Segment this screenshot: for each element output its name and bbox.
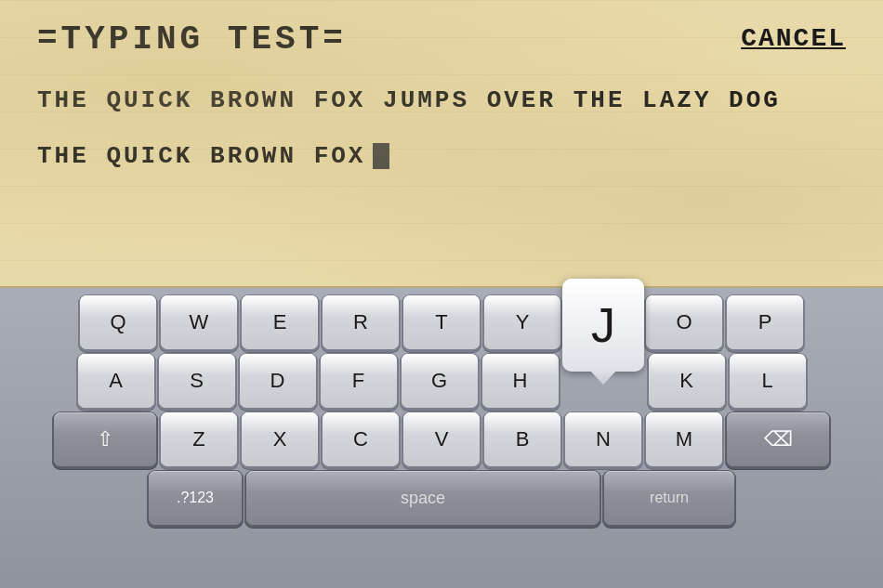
key-l[interactable]: L [730,354,806,408]
key-a[interactable]: A [78,354,154,408]
key-g[interactable]: G [402,354,478,408]
text-cursor [373,143,389,169]
key-delete[interactable]: ⌫ [727,412,829,466]
key-r[interactable]: R [323,295,399,349]
key-e[interactable]: E [242,295,318,349]
line2: THE QUICK BROWN FOX [37,142,365,170]
app-title: =TYPING TEST= [37,20,347,59]
key-space[interactable]: space [246,471,600,525]
key-m[interactable]: M [646,412,722,466]
key-k[interactable]: K [649,354,725,408]
key-t[interactable]: T [403,295,480,349]
key-s[interactable]: S [159,354,235,408]
paper-area: =TYPING TEST= CANCEL THE QUICK BROWN FOX… [0,0,883,288]
key-n[interactable]: N [565,412,641,466]
key-f[interactable]: F [321,354,397,408]
key-d[interactable]: D [240,354,316,408]
keyboard-row-3: ⇧ Z X C V B N M ⌫ [4,412,879,466]
line2-container: THE QUICK BROWN FOX [37,142,846,170]
key-h[interactable]: H [482,354,559,408]
key-p[interactable]: P [727,295,803,349]
key-j-container: U J [565,295,641,349]
key-w[interactable]: W [161,295,237,349]
key-y[interactable]: Y [484,295,560,349]
key-shift[interactable]: ⇧ [54,412,156,466]
key-return[interactable]: return [604,471,734,525]
row2-spacer-left [36,354,73,408]
key-v[interactable]: V [403,412,480,466]
delete-icon: ⌫ [764,427,793,451]
cancel-button[interactable]: CANCEL [741,24,846,53]
key-o[interactable]: O [646,295,722,349]
keyboard-row-2: A S D F G H K L [4,354,879,408]
key-x[interactable]: X [242,412,318,466]
key-c[interactable]: C [323,412,399,466]
keyboard-row-1: Q W E R T Y U J O P [4,295,879,349]
keyboard-area: Q W E R T Y U J O P A S D F G H K L ⇧ [0,288,883,588]
keyboard-row-4: .?123 space return [4,471,879,525]
text-content: THE QUICK BROWN FOX JUMPS OVER THE LAZY … [0,68,883,170]
row2-spacer-right [811,354,848,408]
j-key-popup: J [562,279,644,372]
header-row: =TYPING TEST= CANCEL [0,0,883,68]
key-z[interactable]: Z [161,412,237,466]
shift-icon: ⇧ [97,427,113,451]
j-popup-key: J [562,279,644,372]
key-q[interactable]: Q [80,295,156,349]
line1: THE QUICK BROWN FOX JUMPS OVER THE LAZY … [37,86,846,114]
key-numbers[interactable]: .?123 [149,471,242,525]
key-b[interactable]: B [484,412,560,466]
